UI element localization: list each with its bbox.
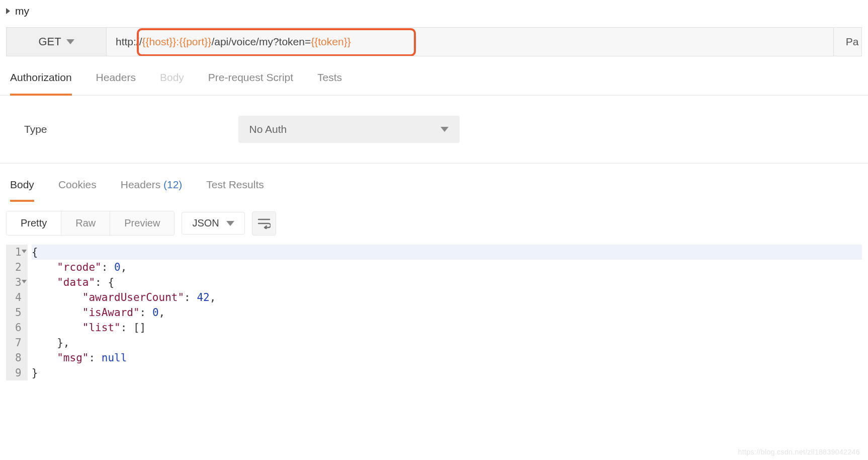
tab-headers[interactable]: Headers — [96, 71, 136, 95]
auth-section: Type No Auth — [0, 96, 868, 164]
line-numbers: 1 2 3 456789 — [6, 245, 28, 380]
url-bar: GET http://{{host}}:{{port}}/api/voice/m… — [6, 27, 862, 56]
code-line: }, — [32, 337, 70, 349]
resp-tab-body[interactable]: Body — [10, 179, 34, 202]
code-line: } — [32, 367, 38, 379]
http-method-label: GET — [38, 35, 61, 48]
tab-tests[interactable]: Tests — [317, 71, 342, 95]
json-key: "data" — [32, 276, 95, 288]
chevron-down-icon — [441, 127, 449, 132]
json-key: "rcode" — [32, 261, 102, 273]
params-label: Pa — [846, 36, 859, 48]
format-pretty[interactable]: Pretty — [7, 211, 61, 235]
response-body: 1 2 3 456789 { "rcode": 0, "data": { "aw… — [6, 245, 862, 380]
json-key: "isAward" — [32, 306, 140, 319]
fold-toggle[interactable]: 1 — [15, 245, 22, 260]
code-line: { — [32, 246, 38, 258]
caret-right-icon[interactable] — [6, 8, 10, 14]
code-lines[interactable]: { "rcode": 0, "data": { "awardUserCount"… — [28, 245, 862, 380]
resp-tab-headers-count: (12) — [163, 179, 182, 190]
json-null: null — [102, 352, 127, 364]
http-method-select[interactable]: GET — [6, 27, 107, 56]
response-tabs: Body Cookies Headers (12) Test Results — [0, 164, 868, 202]
json-key: "list" — [32, 322, 121, 334]
json-number: 0 — [114, 261, 121, 273]
response-type-label: JSON — [192, 217, 219, 229]
format-raw[interactable]: Raw — [61, 211, 110, 235]
request-name: my — [15, 5, 29, 17]
fold-toggle[interactable]: 3 — [15, 275, 22, 290]
resp-tab-headers[interactable]: Headers (12) — [121, 179, 183, 200]
resp-tab-headers-label: Headers — [121, 179, 160, 190]
response-type-select[interactable]: JSON — [182, 212, 244, 235]
json-number: 42 — [197, 291, 209, 303]
chevron-down-icon — [226, 221, 234, 226]
json-key: "msg" — [32, 352, 89, 364]
format-preview[interactable]: Preview — [110, 211, 174, 235]
tab-body[interactable]: Body — [160, 71, 184, 95]
tab-prerequest-script[interactable]: Pre-request Script — [208, 71, 293, 95]
format-group: Pretty Raw Preview — [6, 211, 175, 236]
auth-type-label: Type — [24, 123, 47, 135]
resp-tab-cookies[interactable]: Cookies — [58, 179, 97, 200]
auth-type-select[interactable]: No Auth — [238, 116, 460, 143]
json-key: "awardUserCount" — [32, 291, 184, 303]
chevron-down-icon — [66, 39, 74, 44]
request-tabs: Authorization Headers Body Pre-request S… — [0, 56, 868, 96]
auth-type-selected: No Auth — [249, 123, 287, 135]
request-header: my — [0, 0, 868, 22]
annotation-highlight — [137, 28, 416, 56]
tab-authorization[interactable]: Authorization — [10, 71, 72, 96]
json-number: 0 — [152, 306, 159, 319]
wrap-lines-button[interactable] — [252, 211, 276, 236]
resp-tab-test-results[interactable]: Test Results — [206, 179, 264, 200]
params-button[interactable]: Pa — [834, 27, 862, 56]
response-format-row: Pretty Raw Preview JSON — [6, 211, 862, 236]
url-input[interactable]: http://{{host}}:{{port}}/api/voice/my?to… — [107, 27, 834, 56]
wrap-lines-icon — [257, 218, 271, 229]
